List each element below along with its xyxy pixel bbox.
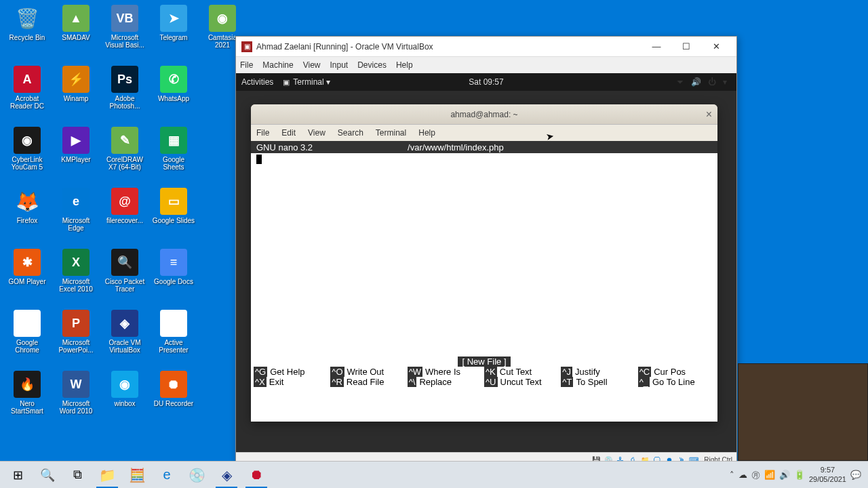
network-icon[interactable]: ⏷ [676, 77, 684, 87]
desktop-icon-chrome[interactable]: ●Google Chrome [3, 308, 51, 368]
vbox-menu-file[interactable]: File [240, 60, 253, 70]
notifications-button[interactable]: 💬 [850, 470, 861, 480]
vbox-menu-machine[interactable]: Machine [262, 60, 293, 70]
dropdown-icon[interactable]: ▾ [723, 77, 727, 87]
term-menu-help[interactable]: Help [418, 128, 435, 138]
desktop-icon-excel[interactable]: XMicrosoft Excel 2010 [52, 247, 100, 307]
nano-cmd-label: To Spell [576, 377, 607, 387]
tray-wifi-icon[interactable]: 📶 [764, 470, 775, 480]
desktop-icon-activepresenter[interactable]: aActive Presenter [150, 308, 197, 368]
term-menu-edit[interactable]: Edit [281, 128, 296, 138]
desktop-icon-winamp[interactable]: ⚡Winamp [52, 64, 100, 124]
desktop-icon-filerecovery[interactable]: @filerecover... [101, 186, 149, 246]
tray-volume-icon[interactable]: 🔊 [779, 470, 790, 480]
nano-cmd-label: Cut Text [500, 367, 532, 377]
mouse-cursor: ➤ [545, 130, 555, 142]
kmplayer-icon: ▶ [62, 127, 90, 154]
vbox-menu-devices[interactable]: Devices [357, 60, 387, 70]
tray-lang-icon[interactable]: ㊊ [751, 469, 760, 481]
term-menu-view[interactable]: View [308, 128, 326, 138]
terminal-window: ahmad@ahmad: ~ × FileEditViewSearchTermi… [251, 104, 717, 422]
desktop-icon-winbox[interactable]: ◉winbox [101, 369, 149, 429]
desktop-icon-kmplayer[interactable]: ▶KMPlayer [52, 125, 100, 185]
desktop-icon-recycle-bin[interactable]: 🗑️Recycle Bin [3, 3, 51, 63]
tray-onedrive-icon[interactable]: ☁ [738, 470, 747, 480]
desktop-icon-acrobat[interactable]: AAcrobat Reader DC [3, 64, 51, 124]
desktop-icon-coreldraw[interactable]: ✎CorelDRAW X7 (64-Bit) [101, 125, 149, 185]
terminal-close-button[interactable]: × [706, 108, 712, 121]
icon-label: Firefox [17, 217, 38, 224]
webcam-overlay [738, 363, 868, 461]
app-menu-button[interactable]: Terminal ▾ [283, 77, 330, 87]
nano-key: ^U [484, 377, 498, 387]
desktop-icon-gom[interactable]: ✱GOM Player [3, 247, 51, 307]
recorder-taskbar-icon[interactable]: ⏺ [241, 462, 271, 488]
volume-icon[interactable]: 🔊 [691, 77, 701, 87]
desktop-icon-packet-tracer[interactable]: 🔍Cisco Packet Tracer [101, 247, 149, 307]
terminal-body[interactable]: GNU nano 3.2 /var/www/html/index.php [ N… [251, 141, 717, 422]
taskbar-clock[interactable]: 9:57 29/05/2021 [809, 466, 846, 483]
desktop-icon-sheets[interactable]: ▦Google Sheets [150, 125, 197, 185]
search-button[interactable]: 🔍 [33, 462, 62, 488]
nano-key: ^W [408, 367, 422, 377]
desktop-icon-word[interactable]: WMicrosoft Word 2010 [52, 369, 100, 429]
icon-label: Google Slides [153, 217, 195, 224]
winbox-icon: ◉ [111, 371, 138, 398]
nano-key: ^O [330, 367, 344, 377]
vbox-menu-input[interactable]: Input [330, 60, 349, 70]
desktop-icon-virtualbox[interactable]: ◈Oracle VM VirtualBox [101, 308, 149, 368]
desktop-icon-slides[interactable]: ▭Google Slides [150, 186, 197, 246]
maximize-button[interactable]: ☐ [671, 37, 701, 56]
icon-label: Winamp [64, 95, 89, 102]
tray-battery-icon[interactable]: 🔋 [794, 470, 805, 480]
calc-taskbar-icon[interactable]: 🧮 [122, 462, 152, 488]
nano-cmd: ^UUncut Text [484, 377, 561, 387]
media-taskbar-icon[interactable]: 💿 [182, 462, 212, 488]
nano-cmd: ^_Go To Line [638, 377, 715, 387]
virtualbox-taskbar-icon[interactable]: ◈ [212, 462, 241, 488]
desktop-icon-whatsapp[interactable]: ✆WhatsApp [150, 64, 197, 124]
minimize-button[interactable]: — [642, 37, 671, 56]
desktop-icon-docs[interactable]: ≡Google Docs [150, 247, 197, 307]
start-button[interactable]: ⊞ [3, 462, 33, 488]
vbox-menu-help[interactable]: Help [396, 60, 413, 70]
term-menu-terminal[interactable]: Terminal [376, 128, 406, 138]
vbox-menu-view[interactable]: View [303, 60, 321, 70]
desktop-icon-edge[interactable]: eMicrosoft Edge [52, 186, 100, 246]
desktop-icon-telegram[interactable]: ➤Telegram [150, 3, 197, 63]
tray-chevron-icon[interactable]: ˄ [730, 470, 734, 480]
nano-editor-area[interactable] [251, 153, 717, 357]
nano-cmd: ^TTo Spell [561, 377, 637, 387]
term-menu-search[interactable]: Search [338, 128, 363, 138]
nano-status-line: [ New File ] [251, 357, 717, 367]
nano-cmd-label: Uncut Text [500, 377, 542, 387]
term-menu-file[interactable]: File [256, 128, 269, 138]
packet-tracer-icon: 🔍 [111, 249, 138, 276]
nano-version: GNU nano 3.2 [256, 142, 313, 152]
explorer-taskbar-icon[interactable]: 📁 [92, 462, 122, 488]
task-view-button[interactable]: ⧉ [62, 462, 92, 488]
powerpoint-icon: P [62, 310, 90, 337]
desktop-icon-powerpoint[interactable]: PMicrosoft PowerPoi... [52, 308, 100, 368]
desktop-icon-smadav[interactable]: ▲SMADAV [52, 3, 100, 63]
desktop-icon-durecorder[interactable]: ⏺DU Recorder [150, 369, 197, 429]
gnome-tray[interactable]: ⏷ 🔊 ⏻ ▾ [676, 77, 731, 87]
terminal-titlebar[interactable]: ahmad@ahmad: ~ × [251, 104, 717, 125]
icon-label: Recycle Bin [9, 34, 45, 41]
edge-taskbar-icon[interactable]: e [152, 462, 182, 488]
desktop-icon-nero[interactable]: 🔥Nero StartSmart [3, 369, 51, 429]
close-button[interactable]: ✕ [701, 37, 731, 56]
nano-cmd: ^KCut Text [484, 367, 561, 377]
chrome-icon: ● [14, 310, 41, 337]
desktop-icon-youcam[interactable]: ◉CyberLink YouCam 5 [3, 125, 51, 185]
activities-button[interactable]: Activities [241, 77, 273, 87]
gnome-clock[interactable]: Sat 09:57 [469, 77, 503, 87]
desktop-icon-firefox[interactable]: 🦊Firefox [3, 186, 51, 246]
slides-icon: ▭ [160, 188, 187, 215]
power-icon[interactable]: ⏻ [708, 77, 716, 87]
desktop-icon-photoshop[interactable]: PsAdobe Photosh... [101, 64, 149, 124]
vm-display[interactable]: Activities Terminal ▾ Sat 09:57 ⏷ 🔊 ⏻ ▾ … [236, 73, 736, 452]
desktop-icon-visual-basic[interactable]: VBMicrosoft Visual Basi... [101, 3, 149, 63]
virtualbox-window: ▣ Ahmad Zaelani [Running] - Oracle VM Vi… [235, 36, 737, 468]
virtualbox-titlebar[interactable]: ▣ Ahmad Zaelani [Running] - Oracle VM Vi… [236, 37, 736, 57]
